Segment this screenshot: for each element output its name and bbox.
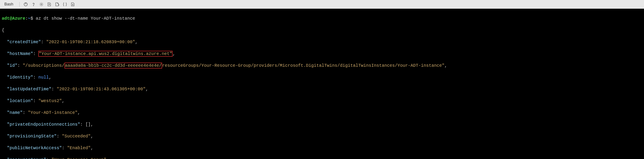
braces-icon[interactable] bbox=[62, 1, 68, 8]
svg-point-3 bbox=[41, 4, 42, 5]
terminal-toolbar: Bash bbox=[0, 0, 644, 9]
hostname-highlight: "Your-ADT-instance.api.wus2.digitaltwins… bbox=[38, 51, 172, 57]
shell-label: Bash bbox=[4, 2, 13, 7]
prompt-path: ~ bbox=[28, 16, 30, 21]
power-icon[interactable] bbox=[23, 1, 29, 8]
upload-file-icon[interactable] bbox=[46, 1, 52, 8]
help-icon[interactable] bbox=[30, 1, 36, 8]
terminal-output[interactable]: adt@Azure:~$ az dt show --dt-name Your-A… bbox=[0, 9, 644, 159]
open-file-icon[interactable] bbox=[70, 1, 76, 8]
command-text: az dt show --dt-name Your-ADT-instance bbox=[36, 16, 135, 21]
prompt-user: adt@Azure bbox=[2, 16, 25, 21]
svg-point-2 bbox=[33, 5, 34, 6]
settings-icon[interactable] bbox=[38, 1, 44, 8]
shell-dropdown[interactable]: Bash bbox=[2, 1, 16, 8]
subscription-id-highlight: aaaa0a0a-bb1b-cc2c-dd3d-eeeeee4e4e4e/ bbox=[64, 63, 162, 69]
new-file-icon[interactable] bbox=[54, 1, 60, 8]
